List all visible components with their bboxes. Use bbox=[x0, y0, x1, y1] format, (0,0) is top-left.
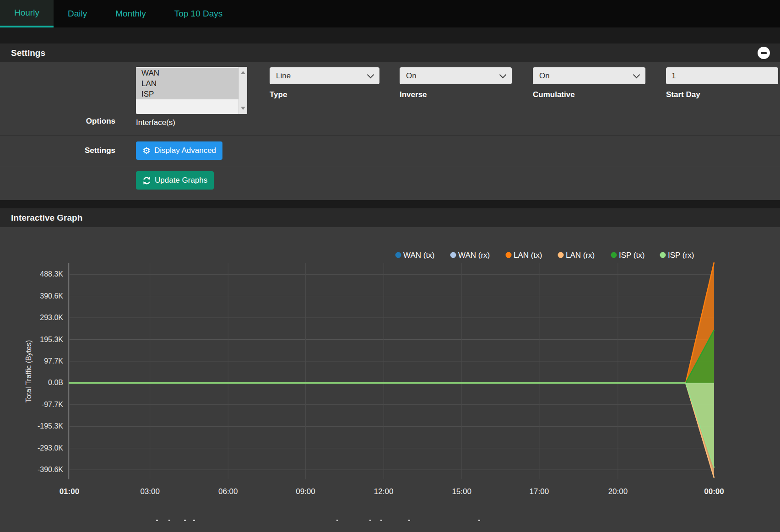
y-tick-label: 293.0K bbox=[40, 314, 63, 321]
tab-bar: Hourly Daily Monthly Top 10 Days bbox=[0, 0, 780, 27]
scroll-down-icon[interactable] bbox=[241, 107, 245, 110]
legend-swatch-ISP (tx)[interactable] bbox=[611, 252, 617, 258]
clipped-bottom-content bbox=[336, 520, 338, 521]
graph-panel-title: Interactive Graph bbox=[11, 213, 82, 223]
graph-panel-header: Interactive Graph bbox=[0, 208, 780, 227]
clipped-bottom-content bbox=[478, 520, 480, 521]
legend-label-LAN (tx)[interactable]: LAN (tx) bbox=[514, 251, 542, 260]
inverse-select-value: On bbox=[406, 71, 417, 81]
y-tick-label: 195.3K bbox=[40, 336, 63, 343]
chevron-down-icon bbox=[367, 71, 374, 79]
legend-swatch-WAN (tx)[interactable] bbox=[395, 252, 401, 258]
settings-panel-title: Settings bbox=[11, 48, 45, 58]
series-line-ISP (rx) bbox=[69, 383, 714, 467]
cumulative-select[interactable]: On bbox=[533, 67, 645, 84]
type-label: Type bbox=[270, 90, 379, 99]
settings-panel: Settings Options WAN LAN ISP Interface(s… bbox=[0, 43, 780, 200]
legend-swatch-LAN (rx)[interactable] bbox=[558, 252, 564, 258]
update-graphs-label: Update Graphs bbox=[155, 176, 207, 185]
row-separator bbox=[0, 166, 780, 166]
update-graphs-button[interactable]: Update Graphs bbox=[136, 171, 214, 190]
interfaces-multiselect[interactable]: WAN LAN ISP bbox=[136, 67, 247, 114]
scroll-up-icon[interactable] bbox=[241, 71, 245, 74]
chevron-down-icon bbox=[499, 71, 507, 79]
type-select-value: Line bbox=[276, 71, 291, 81]
y-tick-label: -293.0K bbox=[38, 444, 63, 452]
start-day-input[interactable] bbox=[666, 67, 778, 84]
x-tick-label: 01:00 bbox=[60, 487, 79, 496]
clipped-bottom-content bbox=[193, 520, 195, 521]
start-day-label: Start Day bbox=[666, 90, 778, 99]
settings-panel-header: Settings bbox=[0, 43, 780, 62]
tab-top-10-days[interactable]: Top 10 Days bbox=[160, 0, 237, 27]
interfaces-caption: Interface(s) bbox=[136, 118, 175, 127]
series-area-ISP (tx) bbox=[69, 330, 714, 383]
y-tick-label: -97.7K bbox=[42, 401, 63, 408]
x-tick-label: 17:00 bbox=[530, 487, 549, 496]
tab-daily[interactable]: Daily bbox=[54, 0, 101, 27]
tab-monthly[interactable]: Monthly bbox=[101, 0, 160, 27]
interactive-graph-panel: Interactive Graph 488.3K390.6K293.0K195.… bbox=[0, 208, 780, 532]
legend-swatch-WAN (rx)[interactable] bbox=[450, 252, 456, 258]
interface-option-lan[interactable]: LAN bbox=[136, 78, 238, 89]
series-area-LAN (rx) bbox=[69, 383, 714, 478]
display-advanced-label: Display Advanced bbox=[154, 146, 216, 155]
display-advanced-button[interactable]: ⚙ Display Advanced bbox=[136, 141, 222, 160]
collapse-panel-button[interactable] bbox=[758, 47, 770, 59]
series-line-ISP (tx) bbox=[69, 330, 714, 383]
row-separator bbox=[0, 135, 780, 136]
inverse-label: Inverse bbox=[400, 90, 512, 99]
x-tick-label: 06:00 bbox=[218, 487, 238, 496]
page: Hourly Daily Monthly Top 10 Days Setting… bbox=[0, 0, 780, 532]
interfaces-options-list: WAN LAN ISP bbox=[136, 67, 238, 114]
multiselect-scrollbar[interactable] bbox=[238, 67, 247, 114]
x-tick-label: 03:00 bbox=[140, 487, 160, 496]
chevron-down-icon bbox=[633, 71, 640, 79]
interface-option-wan[interactable]: WAN bbox=[136, 68, 238, 78]
legend-label-WAN (rx)[interactable]: WAN (rx) bbox=[458, 251, 490, 260]
refresh-icon bbox=[142, 176, 151, 185]
legend-swatch-LAN (tx)[interactable] bbox=[506, 252, 512, 258]
clipped-bottom-content bbox=[380, 520, 382, 521]
y-tick-label: 488.3K bbox=[40, 270, 63, 278]
tab-hourly[interactable]: Hourly bbox=[0, 0, 54, 27]
clipped-bottom-content bbox=[168, 520, 170, 521]
inverse-select[interactable]: On bbox=[400, 67, 512, 84]
x-tick-label: 20:00 bbox=[608, 487, 628, 496]
clipped-bottom-content bbox=[156, 520, 158, 521]
legend-swatch-ISP (rx)[interactable] bbox=[660, 252, 666, 258]
clipped-bottom-content bbox=[408, 520, 410, 521]
series-line-LAN (rx) bbox=[69, 383, 714, 478]
y-tick-label: 390.6K bbox=[40, 292, 63, 300]
clipped-bottom-content bbox=[184, 520, 186, 521]
settings-row-label: Settings bbox=[0, 146, 115, 155]
series-line-LAN (tx) bbox=[69, 262, 714, 383]
legend-label-LAN (rx)[interactable]: LAN (rx) bbox=[566, 251, 595, 260]
cumulative-label: Cumulative bbox=[533, 90, 645, 99]
x-tick-label: 09:00 bbox=[296, 487, 315, 496]
x-tick-label: 12:00 bbox=[374, 487, 394, 496]
y-tick-label: 97.7K bbox=[44, 357, 63, 365]
legend-label-WAN (tx)[interactable]: WAN (tx) bbox=[403, 251, 434, 260]
series-area-ISP (rx) bbox=[69, 383, 714, 467]
cumulative-select-value: On bbox=[539, 71, 550, 81]
x-tick-label: 00:00 bbox=[704, 487, 724, 496]
traffic-chart[interactable]: 488.3K390.6K293.0K195.3K97.7K0.0B-97.7K-… bbox=[0, 227, 780, 532]
clipped-bottom-content bbox=[369, 520, 371, 521]
interface-option-isp[interactable]: ISP bbox=[136, 89, 238, 99]
gear-icon: ⚙ bbox=[142, 146, 151, 155]
options-row-label: Options bbox=[0, 117, 115, 126]
y-axis-label: Total Traffic (Bytes) bbox=[25, 340, 32, 403]
legend-label-ISP (tx)[interactable]: ISP (tx) bbox=[619, 251, 645, 260]
y-tick-label: 0.0B bbox=[48, 379, 63, 386]
x-tick-label: 15:00 bbox=[452, 487, 471, 496]
legend-label-ISP (rx)[interactable]: ISP (rx) bbox=[668, 251, 694, 260]
y-tick-label: -195.3K bbox=[38, 422, 63, 430]
type-select[interactable]: Line bbox=[270, 67, 379, 84]
y-tick-label: -390.6K bbox=[38, 466, 63, 473]
minus-icon bbox=[761, 52, 767, 54]
series-area-LAN (tx) bbox=[69, 262, 714, 383]
